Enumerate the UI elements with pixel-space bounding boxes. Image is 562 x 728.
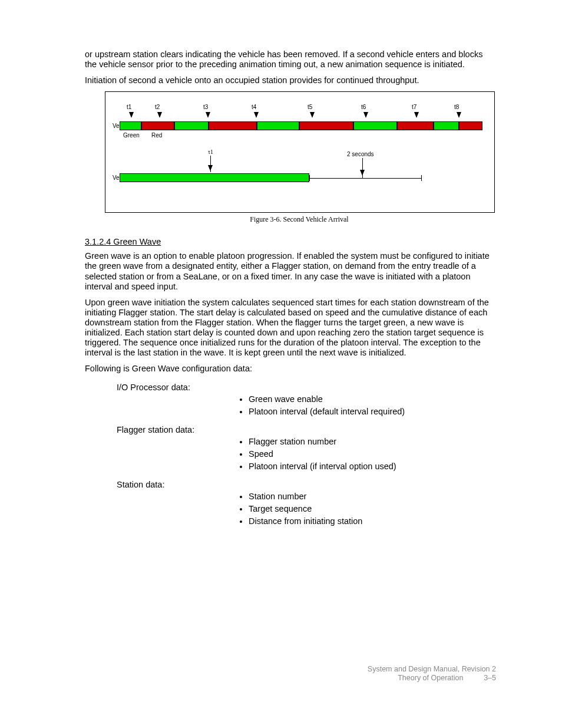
paragraph-intro-2: Initiation of second a vehicle onto an o… [85, 75, 496, 85]
config-group3-list: Station number Target sequence Distance … [249, 492, 496, 526]
tick-arrow-icon [254, 112, 259, 118]
tick-label: t3 [203, 104, 208, 110]
list-item: Station number [249, 492, 496, 502]
tick-label: t1 [127, 104, 131, 110]
section-heading-green-wave: 3.1.2.4 Green Wave [85, 237, 496, 246]
config-group1-label: I/O Processor data: [117, 383, 496, 392]
footer-line1: System and Design Manual, Revision 2 [368, 665, 496, 674]
config-group2-label: Flagger station data: [117, 425, 496, 434]
list-item: Platoon interval (if interval option use… [249, 462, 496, 472]
tick-label: t8 [454, 104, 459, 110]
config-group2-list: Flagger station number Speed Platoon int… [249, 437, 496, 472]
config-group3-label: Station data: [117, 480, 496, 489]
tick-arrow-icon [414, 112, 419, 118]
page-footer: System and Design Manual, Revision 2 The… [368, 665, 496, 683]
list-item: Target sequence [249, 504, 496, 514]
tau-arrow-icon [208, 165, 213, 171]
bar1-state-green: Green [123, 132, 140, 139]
tick-arrow-icon [129, 112, 134, 118]
tick-label: t7 [412, 104, 416, 110]
figure-caption: Figure 3-6. Second Vehicle Arrival [105, 215, 494, 224]
paragraph-intro-1: or upstream station clears indicating th… [85, 50, 496, 70]
tick-arrow-icon [457, 112, 461, 118]
bar2-tau-label: τ1 [208, 149, 213, 155]
list-item: Green wave enable [249, 394, 496, 404]
tick-arrow-icon [310, 112, 315, 118]
tick-label: t6 [361, 104, 366, 110]
bar1-state-red: Red [151, 132, 162, 139]
bar2-dimension-label: 2 seconds [347, 151, 374, 157]
footer-page-number: 3–5 [484, 674, 496, 682]
tick-label: t5 [308, 104, 312, 110]
tick-arrow-icon [206, 112, 210, 118]
list-item: Platoon interval (default interval requi… [249, 407, 496, 417]
tick-label: t2 [155, 104, 160, 110]
tick-arrow-icon [157, 112, 162, 118]
list-item: Speed [249, 449, 496, 459]
figure-3-6: Vehicle 1 t1 t2 t3 t4 [105, 91, 495, 213]
section-p2: Upon green wave initiation the system ca… [85, 298, 496, 358]
config-heading: Following is Green Wave configuration da… [85, 364, 496, 374]
list-item: Distance from initiating station [249, 516, 496, 526]
dim-arrow-icon [360, 170, 365, 176]
config-group1-list: Green wave enable Platoon interval (defa… [249, 394, 496, 417]
tick-arrow-icon [363, 112, 368, 118]
list-item: Flagger station number [249, 437, 496, 447]
footer-section: Theory of Operation [398, 674, 463, 682]
section-p1: Green wave is an option to enable platoo… [85, 251, 496, 291]
tick-label: t4 [252, 104, 256, 110]
